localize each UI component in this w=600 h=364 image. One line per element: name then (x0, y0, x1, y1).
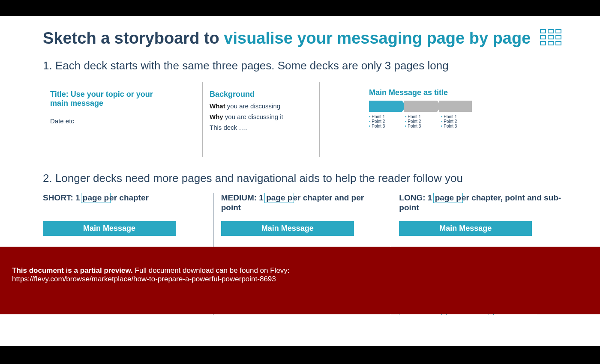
chevron-2 (404, 101, 437, 112)
title-accent: visualise your messaging page by page (224, 29, 531, 47)
title-row: Sketch a storyboard to visualise your me… (43, 29, 561, 48)
card1-title: Title: Use your topic or your main messa… (50, 90, 153, 108)
card-background: Background What you are discussing Why y… (202, 82, 320, 157)
chevron-1 (369, 101, 402, 112)
card2-line3: This deck …. (210, 124, 312, 131)
pts-col-1: Point 1Point 2Point 3 (369, 114, 400, 128)
cards-row: Title: Use your topic or your main messa… (43, 82, 561, 157)
card1-sub: Date etc (50, 117, 153, 125)
card2-line1: What you are discussing (210, 102, 312, 110)
chevron-row (369, 101, 472, 112)
col-short-heading: SHORT: 1 page per chapter (43, 193, 205, 217)
card-main-message: Main Message as title Point 1Point 2Poin… (362, 82, 479, 157)
pts-col-3: Point 1Point 2Point 3 (441, 114, 472, 128)
points-row: Point 1Point 2Point 3 Point 1Point 2Poin… (369, 114, 472, 128)
col-short-mm: Main Message (43, 221, 176, 236)
page-root: Sketch a storyboard to visualise your me… (0, 0, 600, 364)
overlay-link[interactable]: https://flevy.com/browse/marketplace/how… (12, 275, 276, 283)
title-dark: Sketch a storyboard to (43, 29, 224, 47)
grid-icon (540, 29, 561, 45)
chevron-3 (439, 101, 472, 112)
col-long-heading: LONG: 1 page per chapter, point and sub-… (399, 193, 561, 217)
section-2-heading: 2. Longer decks need more pages and navi… (43, 172, 561, 185)
section-1-heading: 1. Each deck starts with the same three … (43, 59, 561, 72)
col-medium-mm: Main Message (221, 221, 354, 236)
overlay-text: This document is a partial preview. Full… (12, 266, 600, 275)
pts-col-2: Point 1Point 2Point 3 (405, 114, 436, 128)
col-medium-heading: MEDIUM: 1 page per chapter and per point (221, 193, 384, 217)
card2-title: Background (210, 90, 312, 99)
card2-line2: Why you are discussing it (210, 113, 312, 120)
slide-title: Sketch a storyboard to visualise your me… (43, 29, 531, 48)
col-long-mm: Main Message (399, 221, 532, 236)
card3-title: Main Message as title (369, 88, 472, 97)
preview-overlay: This document is a partial preview. Full… (0, 247, 600, 314)
card-title-page: Title: Use your topic or your main messa… (43, 82, 160, 157)
